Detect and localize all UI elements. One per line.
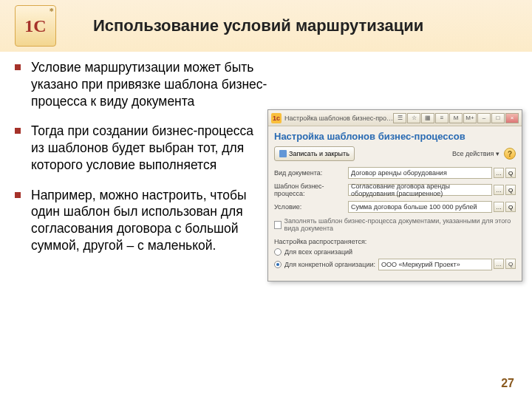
clear-icon[interactable]: … <box>494 202 504 212</box>
close-button[interactable]: × <box>505 113 519 123</box>
doc-type-field[interactable]: Договор аренды оборудования <box>348 167 492 179</box>
bullet-icon <box>15 64 21 70</box>
list-item: Например, можно настроить, чтобы один ша… <box>15 187 270 254</box>
bullet-text: Например, можно настроить, чтобы один ша… <box>31 187 270 254</box>
form-heading: Настройка шаблонов бизнес-процессов <box>274 131 516 142</box>
disk-icon <box>279 150 287 157</box>
grid-icon[interactable]: ▦ <box>421 113 434 123</box>
window-title: Настройка шаблонов бизнес-про… (1С:Предп… <box>284 115 393 122</box>
doc-type-label: Вид документа: <box>274 169 348 177</box>
scope-section-label: Настройка распространяется: <box>274 238 516 245</box>
app-window: 1c Настройка шаблонов бизнес-про… (1С:Пр… <box>267 109 522 282</box>
open-icon[interactable]: Q <box>505 185 516 195</box>
bullet-icon <box>15 128 21 134</box>
save-close-button[interactable]: Записать и закрыть <box>274 146 355 161</box>
radio-specific-org-label: Для конкретной организации: <box>284 261 375 268</box>
bullet-list: Условие маршрутизации может быть указано… <box>15 59 270 267</box>
open-icon[interactable]: Q <box>505 168 516 178</box>
template-label: Шаблон бизнес-процесса: <box>274 183 348 197</box>
open-icon[interactable]: Q <box>505 259 516 269</box>
condition-label: Условие: <box>274 203 348 211</box>
minimize-button[interactable]: – <box>477 113 491 123</box>
star-icon[interactable]: ☆ <box>407 113 420 123</box>
slide-title: Использование условий маршрутизации <box>93 16 423 35</box>
open-icon[interactable]: Q <box>505 202 516 212</box>
org-field[interactable]: ООО «Меркурий Проект» <box>378 259 492 270</box>
radio-all-orgs[interactable] <box>274 248 282 256</box>
maximize-button[interactable]: □ <box>491 113 505 123</box>
fill-template-checkbox[interactable] <box>274 221 282 229</box>
list-item: Условие маршрутизации может быть указано… <box>15 59 270 109</box>
bars-icon[interactable]: ≡ <box>435 113 449 123</box>
template-field[interactable]: Согласование договора аренды оборудовани… <box>348 184 492 196</box>
fill-template-label: Заполнять шаблон бизнес-процесса докумен… <box>284 217 516 232</box>
save-close-label: Записать и закрыть <box>289 150 349 157</box>
radio-specific-org[interactable] <box>274 261 282 268</box>
radio-all-orgs-label: Для всех организаций <box>284 248 352 256</box>
clear-icon[interactable]: … <box>494 185 504 195</box>
mplus-icon[interactable]: M+ <box>463 113 477 123</box>
condition-field[interactable]: Сумма договора больше 100 000 рублей <box>348 201 492 213</box>
all-actions-menu[interactable]: Все действия ▾ <box>452 150 499 157</box>
bullet-icon <box>15 192 21 198</box>
help-button[interactable]: ? <box>504 148 516 160</box>
list-item: Тогда при создании бизнес-процесса из ша… <box>15 123 270 173</box>
app-icon: 1c <box>271 113 282 123</box>
bullet-text: Тогда при создании бизнес-процесса из ша… <box>31 123 270 173</box>
window-titlebar: 1c Настройка шаблонов бизнес-про… (1С:Пр… <box>268 110 522 126</box>
form-toolbar: Записать и закрыть Все действия ▾ ? <box>274 146 516 161</box>
clear-icon[interactable]: … <box>494 168 504 178</box>
page-number: 27 <box>501 377 514 390</box>
mbar-icon[interactable]: M <box>449 113 463 123</box>
slide-header: 1C Использование условий маршрутизации <box>0 0 532 52</box>
logo-1c: 1C <box>15 5 56 47</box>
bullet-text: Условие маршрутизации может быть указано… <box>31 59 270 109</box>
clear-icon[interactable]: … <box>494 259 504 269</box>
calc-icon[interactable]: ☰ <box>393 113 406 123</box>
